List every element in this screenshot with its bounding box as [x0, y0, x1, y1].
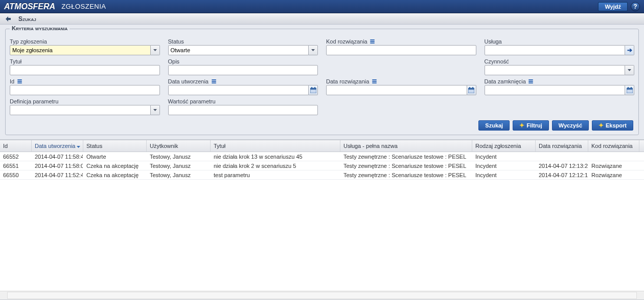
horizontal-scrollbar[interactable]: [0, 291, 644, 299]
cell-title: test parametru: [211, 171, 340, 179]
cell-service: Testy zewnętrzne : Scenariusze testowe :…: [340, 162, 472, 170]
status-select[interactable]: [168, 45, 309, 55]
wyczysc-button[interactable]: Wyczyść: [552, 120, 589, 131]
cell-status: Czeka na akceptację: [83, 162, 147, 170]
data-utworzenia-input[interactable]: [168, 85, 309, 95]
col-data-rozwiazania[interactable]: Data rozwiązania: [536, 140, 588, 152]
typ-zgloszenia-select[interactable]: [10, 45, 151, 55]
czynnosc-select[interactable]: [485, 65, 626, 75]
search-panel-header: Szukaj: [0, 13, 644, 25]
criteria-legend: Kryteria wyszukiwania: [10, 25, 70, 31]
cell-date: 2014-04-07 11:58:07: [32, 162, 83, 170]
svg-rect-5: [468, 88, 474, 90]
cell-service: Testy zewnętrzne : Scenariusze testowe :…: [340, 171, 472, 179]
calendar-icon[interactable]: [625, 85, 634, 95]
svg-rect-2: [311, 87, 312, 89]
col-usluga[interactable]: Usługa - pełna nazwa: [340, 140, 472, 152]
panel-title: Szukaj: [18, 15, 36, 23]
dropdown-trigger-icon[interactable]: [151, 45, 160, 55]
col-data-utworzenia[interactable]: Data utworzenia: [32, 140, 83, 152]
czynnosc-label: Czynność: [485, 57, 635, 65]
id-label: Id: [10, 77, 160, 85]
col-id[interactable]: Id: [0, 140, 32, 152]
usluga-label: Usługa: [485, 37, 635, 45]
grid-header: Id Data utworzenia Status Użytkownik Tyt…: [0, 140, 644, 152]
col-tytul[interactable]: Tytuł: [211, 140, 340, 152]
export-star-icon: ✦: [599, 123, 604, 128]
svg-rect-10: [628, 87, 629, 89]
data-rozwiazania-label: Data rozwiązania: [326, 77, 476, 85]
svg-rect-6: [469, 87, 470, 89]
filter-star-icon: ✦: [519, 123, 524, 128]
cell-status: Czeka na akceptację: [83, 171, 147, 179]
usluga-input[interactable]: [485, 45, 626, 55]
col-rodzaj[interactable]: Rodzaj zgłoszenia: [472, 140, 536, 152]
wartosc-parametru-input[interactable]: [168, 105, 318, 115]
table-row[interactable]: 665522014-04-07 11:58:49OtwarteTestowy, …: [0, 152, 644, 161]
action-buttons: Szukaj ✦Filtruj Wyczyść ✦Eksport: [10, 117, 634, 131]
dropdown-trigger-icon[interactable]: [151, 105, 160, 115]
data-zamkniecia-input[interactable]: [485, 85, 626, 95]
typ-zgloszenia-label: Typ zgłoszenia: [10, 37, 160, 45]
col-status[interactable]: Status: [83, 140, 147, 152]
list-icon[interactable]: [371, 79, 377, 84]
col-uzytkownik[interactable]: Użytkownik: [147, 140, 211, 152]
cell-resdate: 2014-04-07 12:13:24: [536, 162, 588, 170]
opis-label: Opis: [168, 57, 318, 65]
cell-resdate: [536, 156, 588, 158]
col-kod-rozwiazania[interactable]: Kod rozwiązania: [588, 140, 639, 152]
wartosc-parametru-label: Wartość parametru: [168, 97, 318, 105]
list-icon[interactable]: [528, 79, 534, 84]
list-icon[interactable]: [370, 39, 376, 44]
tytul-label: Tytuł: [10, 57, 160, 65]
list-icon[interactable]: [16, 79, 22, 84]
tytul-input[interactable]: [10, 65, 160, 75]
lookup-trigger-icon[interactable]: ➔: [625, 45, 634, 55]
definicja-parametru-select[interactable]: [10, 105, 151, 115]
svg-rect-3: [314, 87, 315, 89]
data-utworzenia-label: Data utworzenia: [168, 77, 318, 85]
id-input[interactable]: [10, 85, 160, 95]
definicja-parametru-label: Definicja parametru: [10, 97, 160, 105]
help-icon[interactable]: ?: [631, 2, 640, 11]
dropdown-trigger-icon[interactable]: [625, 65, 634, 75]
grid-body: 665522014-04-07 11:58:49OtwarteTestowy, …: [0, 152, 644, 180]
cell-id: 66551: [0, 162, 32, 170]
opis-input[interactable]: [168, 65, 318, 75]
list-icon[interactable]: [211, 79, 217, 84]
cell-title: nie działa krok 13 w scenariuszu 45: [211, 153, 340, 161]
cell-resdate: 2014-04-07 12:12:15: [536, 171, 588, 179]
dropdown-trigger-icon[interactable]: [309, 45, 318, 55]
svg-rect-9: [627, 88, 633, 90]
calendar-icon[interactable]: [467, 85, 476, 95]
status-label: Status: [168, 37, 318, 45]
kod-rozwiazania-input[interactable]: [326, 45, 476, 55]
cell-status: Otwarte: [83, 153, 147, 161]
data-rozwiazania-input[interactable]: [326, 85, 467, 95]
cell-user: Testowy, Janusz: [147, 162, 211, 170]
cell-kind: Incydent: [472, 153, 536, 161]
table-row[interactable]: 665502014-04-07 11:52:46Czeka na akcepta…: [0, 170, 644, 180]
app-header: ATMOSFERA ZGŁOSZENIA Wyjdź ?: [0, 0, 644, 13]
logout-button[interactable]: Wyjdź: [598, 2, 628, 11]
szukaj-button[interactable]: Szukaj: [478, 120, 510, 131]
data-zamkniecia-label: Data zamknięcia: [485, 77, 635, 85]
cell-date: 2014-04-07 11:52:46: [32, 171, 83, 179]
filtruj-button[interactable]: ✦Filtruj: [513, 120, 549, 131]
cell-rescode: [588, 156, 639, 158]
cell-title: nie działa krok 2 w scenariuszu 5: [211, 162, 340, 170]
calendar-icon[interactable]: [309, 85, 318, 95]
collapse-toggle-icon[interactable]: [5, 16, 11, 22]
kod-rozwiazania-label: Kod rozwiązania: [326, 37, 476, 45]
table-row[interactable]: 665512014-04-07 11:58:07Czeka na akcepta…: [0, 161, 644, 170]
svg-rect-11: [631, 87, 632, 89]
eksport-button[interactable]: ✦Eksport: [592, 120, 633, 131]
results-grid: Id Data utworzenia Status Użytkownik Tyt…: [0, 140, 644, 291]
svg-rect-1: [310, 88, 316, 90]
cell-rescode: Rozwiązane: [588, 162, 639, 170]
brand-logo: ATMOSFERA: [4, 2, 55, 11]
cell-user: Testowy, Janusz: [147, 171, 211, 179]
cell-user: Testowy, Janusz: [147, 153, 211, 161]
svg-rect-7: [472, 87, 473, 89]
cell-kind: Incydent: [472, 162, 536, 170]
